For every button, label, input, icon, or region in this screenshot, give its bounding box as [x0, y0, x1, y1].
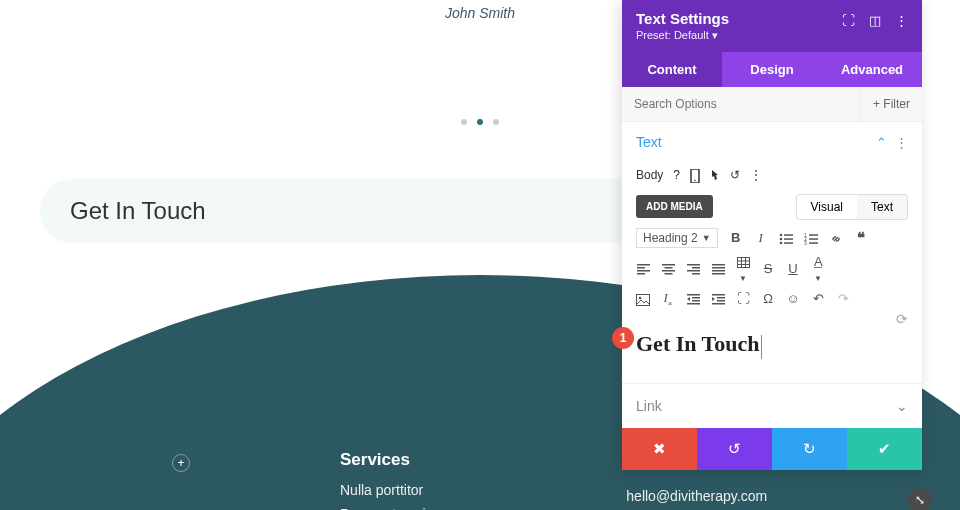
quote-icon[interactable]: ❝: [854, 229, 868, 247]
strikethrough-icon[interactable]: S: [761, 261, 775, 276]
svg-rect-18: [662, 264, 675, 266]
add-media-button[interactable]: ADD MEDIA: [636, 195, 713, 218]
align-left-icon[interactable]: [636, 261, 650, 276]
svg-rect-35: [637, 294, 650, 305]
svg-rect-19: [664, 267, 672, 269]
tab-advanced[interactable]: Advanced: [822, 52, 922, 87]
resize-handle[interactable]: ⤡: [908, 488, 932, 510]
bullet-list-icon[interactable]: [779, 230, 793, 245]
svg-rect-9: [809, 234, 818, 236]
section-more-icon[interactable]: ⋮: [895, 135, 908, 150]
redo-icon[interactable]: ↷: [836, 291, 850, 306]
dynamic-content-icon[interactable]: ⟳: [896, 311, 908, 327]
panel-title: Text Settings: [636, 10, 729, 27]
undo-icon[interactable]: ↶: [811, 291, 825, 306]
panel-header[interactable]: Text Settings Preset: Default ▾ ⛶ ◫ ⋮: [622, 0, 922, 52]
service-item[interactable]: Praesent sapien massa: [340, 506, 486, 510]
bold-icon[interactable]: B: [729, 230, 743, 245]
text-color-icon[interactable]: A ▼: [811, 254, 825, 284]
callout-marker: 1: [612, 327, 634, 349]
image-icon[interactable]: [636, 291, 650, 306]
svg-rect-14: [637, 264, 650, 266]
panel-tabs: Content Design Advanced: [622, 52, 922, 87]
mobile-icon[interactable]: [690, 168, 700, 183]
hover-icon[interactable]: [710, 168, 720, 183]
editor-content[interactable]: Get In Touch: [636, 331, 760, 357]
indent-icon[interactable]: [711, 291, 725, 306]
svg-rect-39: [692, 300, 700, 302]
emoji-icon[interactable]: ☺: [786, 291, 800, 306]
svg-rect-44: [712, 303, 725, 305]
help-icon[interactable]: ?: [673, 168, 680, 182]
svg-rect-27: [712, 267, 725, 269]
services-title: Services: [340, 450, 486, 470]
tab-design[interactable]: Design: [722, 52, 822, 87]
link-icon[interactable]: [829, 230, 843, 246]
svg-rect-17: [637, 273, 645, 275]
cancel-button[interactable]: ✖: [622, 428, 697, 470]
svg-text:3: 3: [804, 240, 807, 245]
preset-selector[interactable]: Preset: Default ▾: [636, 29, 729, 42]
visual-tab[interactable]: Visual: [797, 195, 857, 219]
svg-rect-7: [784, 242, 793, 244]
focus-icon[interactable]: ⛶: [842, 13, 855, 28]
number-list-icon[interactable]: 123: [804, 230, 818, 245]
align-center-icon[interactable]: [661, 261, 675, 276]
add-section-button[interactable]: +: [172, 454, 190, 472]
svg-point-6: [779, 242, 782, 245]
align-right-icon[interactable]: [686, 261, 700, 276]
settings-panel: Text Settings Preset: Default ▾ ⛶ ◫ ⋮ Co…: [622, 0, 922, 470]
svg-rect-16: [637, 270, 650, 272]
heading-dropdown[interactable]: Heading 2 ▼: [636, 228, 718, 248]
text-section-header[interactable]: Text ⌃ ⋮: [622, 122, 922, 162]
svg-rect-3: [784, 234, 793, 236]
align-justify-icon[interactable]: [711, 261, 725, 276]
svg-rect-40: [687, 303, 700, 305]
svg-rect-15: [637, 267, 645, 269]
svg-point-36: [639, 296, 642, 299]
svg-rect-11: [809, 238, 818, 240]
body-label: Body: [636, 168, 663, 182]
svg-rect-25: [692, 273, 700, 275]
link-section-header[interactable]: Link ⌄: [622, 383, 922, 428]
body-more-icon[interactable]: ⋮: [750, 168, 762, 182]
save-button[interactable]: ✔: [847, 428, 922, 470]
link-section-label: Link: [636, 398, 662, 414]
table-icon[interactable]: ▼: [736, 254, 750, 284]
snap-icon[interactable]: ◫: [869, 13, 881, 28]
svg-rect-42: [717, 297, 725, 299]
contact-email[interactable]: hello@divitherapy.com: [626, 488, 842, 504]
collapse-icon[interactable]: ⌃: [876, 135, 887, 150]
fullscreen-icon[interactable]: ⛶: [736, 291, 750, 306]
more-icon[interactable]: ⋮: [895, 13, 908, 28]
svg-rect-38: [692, 297, 700, 299]
svg-rect-22: [687, 264, 700, 266]
dot-active[interactable]: [477, 119, 483, 125]
text-section-label: Text: [636, 134, 662, 150]
svg-rect-13: [809, 242, 818, 244]
svg-rect-41: [712, 294, 725, 296]
tab-content[interactable]: Content: [622, 52, 722, 87]
filter-button[interactable]: + Filter: [860, 87, 922, 121]
underline-icon[interactable]: U: [786, 261, 800, 276]
outdent-icon[interactable]: [686, 291, 700, 306]
text-tab[interactable]: Text: [857, 195, 907, 219]
italic-icon[interactable]: I: [754, 230, 768, 246]
clear-format-icon[interactable]: I×: [661, 290, 675, 308]
svg-rect-5: [784, 238, 793, 240]
dot[interactable]: [461, 119, 467, 125]
editor-toolbar: Heading 2 ▼ B I 123 ❝ ▼ S U A ▼: [622, 228, 922, 322]
svg-rect-43: [717, 300, 725, 302]
svg-rect-26: [712, 264, 725, 266]
search-input[interactable]: [622, 87, 860, 121]
footer-services-column: Services Nulla porttitor Praesent sapien…: [340, 450, 486, 510]
svg-rect-37: [687, 294, 700, 296]
redo-button[interactable]: ↻: [772, 428, 847, 470]
svg-rect-24: [687, 270, 700, 272]
svg-rect-30: [737, 257, 749, 267]
special-char-icon[interactable]: Ω: [761, 291, 775, 306]
undo-button[interactable]: ↺: [697, 428, 772, 470]
service-item[interactable]: Nulla porttitor: [340, 482, 486, 498]
reset-icon[interactable]: ↺: [730, 168, 740, 182]
dot[interactable]: [493, 119, 499, 125]
